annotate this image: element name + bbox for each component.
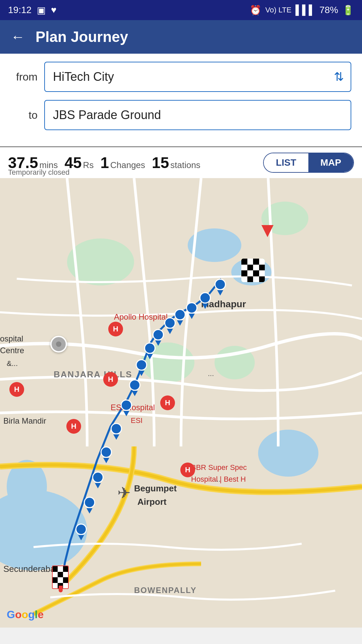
- status-icon-heart: ♥: [51, 5, 57, 15]
- map-label-apollo: Apollo Hospital: [114, 312, 168, 322]
- status-bar-right: ⏰ Vo) LTE ▌▌▌ 78% 🔋: [250, 5, 354, 16]
- map-label-hospital: ospital: [0, 334, 23, 343]
- map-label-begumpet: Begumpet: [134, 483, 177, 494]
- route-marker-9: [129, 379, 141, 395]
- map-label-bowenpally: BOWENPALLY: [134, 586, 197, 595]
- route-marker-11: [111, 423, 123, 439]
- map-label-and: &...: [7, 359, 18, 368]
- temporarily-closed-label: Temporarily closed: [8, 168, 69, 177]
- route-marker-2: [199, 292, 212, 308]
- map-container[interactable]: Madhapur BANJARA HILLS Apollo Hospital E…: [0, 178, 362, 628]
- swap-icon[interactable]: ⇅: [327, 70, 351, 84]
- from-input-wrapper[interactable]: ⇅: [44, 62, 351, 92]
- changes-value: 1: [100, 154, 109, 172]
- map-label-esi-hospital: ESI Hospital: [111, 403, 155, 412]
- stations-unit: stations: [170, 160, 200, 170]
- route-marker-8: [136, 359, 148, 375]
- status-bar: 19:12 ▣ ♥ ⏰ Vo) LTE ▌▌▌ 78% 🔋: [0, 0, 362, 20]
- map-label-esi: ESI: [131, 416, 142, 425]
- route-marker-14: [84, 497, 96, 513]
- destination-flag: [241, 259, 265, 282]
- alarm-icon: ⏰: [250, 5, 261, 16]
- map-label-dots-top: ...: [208, 369, 214, 378]
- map-toggle-button[interactable]: MAP: [308, 153, 353, 172]
- hospital-marker-4: H: [9, 382, 24, 397]
- signal-icon: ▌▌▌: [295, 5, 315, 15]
- battery-level: 78%: [319, 5, 338, 15]
- destination-triangle-marker: [261, 225, 274, 237]
- map-label-secunderabad: Secunderabad: [3, 564, 60, 574]
- map-label-birla: Birla Mandir: [3, 416, 46, 426]
- stations-stat: 15 stations: [152, 154, 200, 172]
- route-marker-5: [164, 317, 176, 333]
- hospital-marker-1: H: [108, 322, 123, 336]
- route-marker-15: [75, 524, 87, 540]
- from-label: from: [11, 71, 38, 83]
- to-label: to: [11, 109, 38, 121]
- route-marker-1: [215, 279, 227, 295]
- svg-point-5: [258, 430, 318, 477]
- to-input-wrapper[interactable]: [44, 100, 351, 130]
- map-label-dots-bottom: ...: [215, 475, 221, 484]
- from-input[interactable]: [45, 62, 327, 91]
- hospital-marker-6: H: [180, 463, 195, 477]
- map-label-airport: Airport: [137, 497, 167, 507]
- map-background: [0, 178, 362, 628]
- hospital-marker-2: H: [103, 372, 118, 387]
- page-title: Plan Journey: [36, 29, 128, 45]
- temp-closed-marker: [50, 336, 67, 353]
- status-bar-left: 19:12 ▣ ♥: [8, 5, 57, 16]
- rs-unit: Rs: [83, 160, 94, 170]
- back-button[interactable]: ←: [11, 29, 25, 45]
- app-header: ← Plan Journey: [0, 20, 362, 54]
- map-label-centre: Centre: [0, 346, 24, 355]
- route-marker-12: [101, 446, 113, 463]
- route-marker-10: [121, 399, 133, 416]
- changes-unit: Changes: [110, 160, 145, 170]
- status-time: 19:12: [8, 5, 32, 15]
- stations-value: 15: [152, 154, 169, 172]
- route-marker-13: [92, 472, 104, 488]
- hospital-marker-3: H: [160, 395, 175, 410]
- hospital-marker-5: H: [66, 419, 81, 434]
- battery-icon: 🔋: [342, 5, 354, 16]
- status-icon-screenshot: ▣: [37, 5, 46, 16]
- view-toggle[interactable]: LIST MAP: [263, 153, 354, 173]
- lte-icon: Vo) LTE: [265, 6, 292, 14]
- route-marker-3: [186, 302, 198, 318]
- from-row: from ⇅: [11, 62, 351, 92]
- changes-stat: 1 Changes: [100, 154, 145, 172]
- journey-form: from ⇅ to: [0, 54, 362, 146]
- map-label-bbr1: BBR Super Spec: [191, 463, 247, 472]
- journey-info-bar: 37.5 mins 45 Rs 1 Changes 15 stations LI…: [0, 147, 362, 178]
- google-logo: Google: [7, 608, 44, 621]
- route-marker-7: [144, 342, 156, 359]
- airport-icon: ✈: [117, 483, 131, 502]
- origin-pin-tail: [59, 586, 63, 592]
- map-label-banjara-hills: BANJARA HILLS: [54, 369, 132, 380]
- to-input[interactable]: [45, 101, 351, 129]
- to-row: to: [11, 100, 351, 130]
- list-toggle-button[interactable]: LIST: [264, 153, 308, 172]
